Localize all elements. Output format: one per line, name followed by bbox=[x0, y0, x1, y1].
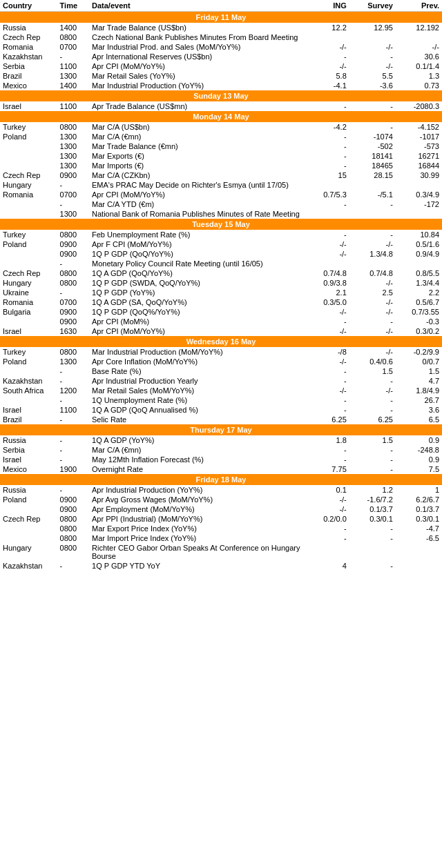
table-row: Serbia1100Apr CPI (MoM/YoY%)-/--/-0.1/1.… bbox=[0, 61, 442, 71]
section-header: Thursday 17 May bbox=[0, 424, 442, 435]
cell-time: 0900 bbox=[57, 239, 89, 249]
cell-time: 0800 bbox=[57, 122, 89, 132]
cell-ing: -/- bbox=[310, 495, 349, 504]
cell-data-event: Feb Unemployment Rate (%) bbox=[89, 230, 310, 239]
cell-ing: -/8 bbox=[310, 347, 349, 357]
table-row: Romania0700Mar Industrial Prod. and Sale… bbox=[0, 42, 442, 52]
cell-country: Hungary bbox=[0, 278, 57, 288]
table-row: Kazakhstan-Apr Industrial Production Yea… bbox=[0, 376, 442, 386]
cell-survey: 1.3/4.8 bbox=[349, 249, 396, 259]
cell-survey: -/- bbox=[349, 386, 396, 395]
cell-time: 1300 bbox=[57, 151, 89, 161]
cell-country: Serbia bbox=[0, 61, 57, 71]
cell-data-event: Czech National Bank Publishes Minutes Fr… bbox=[89, 32, 310, 42]
cell-ing: 6.25 bbox=[310, 415, 349, 424]
cell-data-event: Apr International Reserves (US$bn) bbox=[89, 52, 310, 61]
cell-data-event: National Bank of Romania Publishes Minut… bbox=[89, 209, 310, 219]
cell-survey bbox=[349, 32, 396, 42]
table-row: Israel11001Q A GDP (QoQ Annualised %)--3… bbox=[0, 405, 442, 415]
cell-survey: -/- bbox=[349, 278, 396, 288]
cell-survey: - bbox=[349, 395, 396, 405]
cell-time: 0900 bbox=[57, 249, 89, 259]
cell-prev: 6.2/6.7 bbox=[396, 495, 442, 504]
cell-survey: 2.5 bbox=[349, 288, 396, 297]
cell-prev: -/- bbox=[396, 42, 442, 52]
cell-ing: -/- bbox=[310, 239, 349, 249]
table-row: Romania0700Apr CPI (MoM/YoY%)0.7/5.3-/5.… bbox=[0, 190, 442, 199]
cell-country bbox=[0, 151, 57, 161]
cell-data-event: 1Q A GDP (SA, QoQ/YoY%) bbox=[89, 297, 310, 307]
table-row: South Africa1200Mar Retail Sales (MoM/Yo… bbox=[0, 386, 442, 395]
cell-time: - bbox=[57, 485, 89, 495]
cell-country bbox=[0, 395, 57, 405]
cell-prev: -2080.3 bbox=[396, 101, 442, 111]
table-row: Brazil-Selic Rate6.256.256.5 bbox=[0, 415, 442, 424]
cell-time: - bbox=[57, 199, 89, 209]
cell-prev: 0.3/4.9 bbox=[396, 190, 442, 199]
cell-survey: - bbox=[349, 533, 396, 543]
cell-data-event: 1Q A GDP (QoQ Annualised %) bbox=[89, 405, 310, 415]
cell-country: Brazil bbox=[0, 415, 57, 424]
cell-prev: 0.3/0.1 bbox=[396, 514, 442, 524]
cell-time: 1900 bbox=[57, 464, 89, 474]
cell-survey: - bbox=[349, 199, 396, 209]
cell-country: Kazakhstan bbox=[0, 561, 57, 571]
cell-country: Mexico bbox=[0, 81, 57, 90]
cell-data-event: Monetary Policy Council Rate Meeting (un… bbox=[89, 259, 310, 268]
cell-time: 0800 bbox=[57, 514, 89, 524]
table-row: -Mar C/A YTD (€m)---172 bbox=[0, 199, 442, 209]
cell-country: Mexico bbox=[0, 464, 57, 474]
table-row: Bulgaria09001Q P GDP (QoQ%/YoY%)-/--/-0.… bbox=[0, 307, 442, 317]
table-row: Poland0900Apr Avg Gross Wages (MoM/YoY%)… bbox=[0, 495, 442, 504]
cell-country: Ukraine bbox=[0, 288, 57, 297]
cell-data-event: Mar Imports (€) bbox=[89, 161, 310, 170]
cell-ing: 1.8 bbox=[310, 435, 349, 445]
cell-time: - bbox=[57, 435, 89, 445]
cell-prev: -248.8 bbox=[396, 445, 442, 455]
cell-time: 0900 bbox=[57, 307, 89, 317]
cell-survey bbox=[349, 259, 396, 268]
cell-survey: 18141 bbox=[349, 151, 396, 161]
cell-data-event: Mar C/A (US$bn) bbox=[89, 122, 310, 132]
cell-prev: 7.5 bbox=[396, 464, 442, 474]
cell-data-event: Apr CPI (MoM/YoY%) bbox=[89, 61, 310, 71]
cell-data-event: Mar Retail Sales (YoY%) bbox=[89, 71, 310, 81]
cell-country: Turkey bbox=[0, 347, 57, 357]
cell-prev: 10.84 bbox=[396, 230, 442, 239]
cell-time: - bbox=[57, 259, 89, 268]
cell-prev: -0.2/9.9 bbox=[396, 347, 442, 357]
cell-survey: -/- bbox=[349, 61, 396, 71]
cell-country: Israel bbox=[0, 455, 57, 464]
table-row: Turkey0800Mar Industrial Production (MoM… bbox=[0, 347, 442, 357]
cell-time: 0800 bbox=[57, 533, 89, 543]
cell-ing: 0.3/5.0 bbox=[310, 297, 349, 307]
cell-country: Israel bbox=[0, 405, 57, 415]
cell-time: 1400 bbox=[57, 23, 89, 32]
cell-data-event: EMA's PRAC May Decide on Richter's Esmya… bbox=[89, 180, 310, 190]
table-row: Hungary0800Richter CEO Gabor Orban Speak… bbox=[0, 543, 442, 561]
cell-survey: - bbox=[349, 230, 396, 239]
cell-ing: 5.8 bbox=[310, 71, 349, 81]
cell-survey: -/- bbox=[349, 42, 396, 52]
cell-data-event: Mar C/A (CZKbn) bbox=[89, 170, 310, 180]
cell-data-event: Apr CPI (MoM/YoY%) bbox=[89, 190, 310, 199]
cell-country bbox=[0, 504, 57, 514]
cell-prev: 16271 bbox=[396, 151, 442, 161]
cell-country: Romania bbox=[0, 42, 57, 52]
cell-data-event: Mar C/A YTD (€m) bbox=[89, 199, 310, 209]
cell-survey: - bbox=[349, 464, 396, 474]
cell-country: Poland bbox=[0, 239, 57, 249]
cell-prev: 4.7 bbox=[396, 376, 442, 386]
table-row: Israel-May 12Mth Inflation Forecast (%)-… bbox=[0, 455, 442, 464]
table-row: Hungary08001Q P GDP (SWDA, QoQ/YoY%)0.9/… bbox=[0, 278, 442, 288]
table-row: Israel1630Apr CPI (MoM/YoY%)-/--/-0.3/0.… bbox=[0, 326, 442, 336]
cell-data-event: Apr Core Inflation (MoM/YoY%) bbox=[89, 357, 310, 366]
cell-country: Czech Rep bbox=[0, 170, 57, 180]
cell-ing: - bbox=[310, 445, 349, 455]
table-row: Russia-1Q A GDP (YoY%)1.81.50.9 bbox=[0, 435, 442, 445]
cell-country: Turkey bbox=[0, 122, 57, 132]
table-row: Turkey0800Feb Unemployment Rate (%)--10.… bbox=[0, 230, 442, 239]
header-survey: Survey bbox=[349, 0, 396, 12]
cell-time: - bbox=[57, 395, 89, 405]
cell-ing: - bbox=[310, 395, 349, 405]
